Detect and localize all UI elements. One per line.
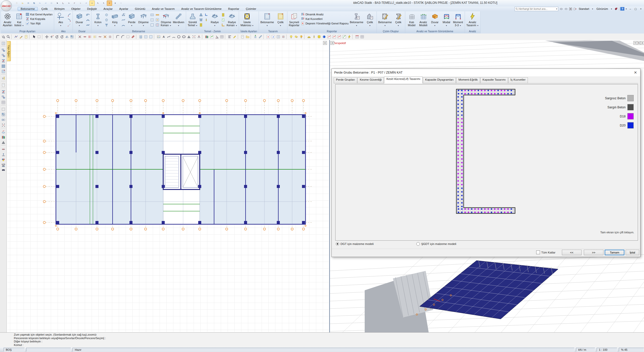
dialog-tab-kesit-hücresi-lif-tasarımı[interactable]: Kesit Hücresi(Lif) Tasarımı xyxy=(384,77,423,83)
viewport-corner-button-1[interactable]: N xyxy=(637,41,641,45)
next-wall-button[interactable]: >> xyxy=(584,250,603,255)
storey-copy-icon[interactable] xyxy=(1,89,6,94)
merdiven-button[interactable]: Merdiven▼ xyxy=(172,12,185,27)
menu-tab-raporlar[interactable]: Raporlar xyxy=(225,7,242,11)
close-button[interactable]: × xyxy=(639,7,643,11)
polyline-icon[interactable] xyxy=(84,1,89,6)
polygon-icon[interactable] xyxy=(186,34,191,39)
dairesel-aks-button[interactable] xyxy=(67,12,72,17)
section-view-icon[interactable] xyxy=(107,1,112,6)
cancel-button[interactable]: İptal xyxy=(626,250,639,255)
perde-button[interactable]: Perde▼ xyxy=(126,12,138,27)
library-books-icon[interactable] xyxy=(1,135,6,140)
hatch-icon[interactable] xyxy=(148,34,153,39)
idecad-logo[interactable]: ideCAD xyxy=(1,0,12,11)
doseme-boslugu-button[interactable] xyxy=(155,22,160,27)
kazik-basligi-button[interactable] xyxy=(199,22,204,27)
new-drawing-icon[interactable] xyxy=(240,34,245,39)
building-select-icon[interactable] xyxy=(1,69,6,74)
analiz-tasarim-button[interactable]: AnalizTasarım ▼ xyxy=(466,12,480,27)
cleanup-icon[interactable] xyxy=(232,34,237,39)
angle-calc-icon[interactable] xyxy=(214,34,219,39)
rectangle-icon[interactable] xyxy=(125,34,130,39)
text-icon[interactable]: A xyxy=(161,34,166,39)
rotate-copy-icon[interactable] xyxy=(59,34,64,39)
divide-line-icon[interactable] xyxy=(1,147,6,152)
chamfer-icon[interactable] xyxy=(120,34,125,39)
spline-icon[interactable] xyxy=(166,34,171,39)
duvar-button[interactable]: Duvar▼ xyxy=(74,12,85,27)
solid-point-icon[interactable] xyxy=(322,34,327,39)
corner-mode-icon[interactable] xyxy=(72,1,77,6)
elevation-icon[interactable] xyxy=(1,152,6,157)
menu-tab-g-r-nt-[interactable]: Görüntü xyxy=(132,7,148,11)
menu-tab--elik[interactable]: Çelik xyxy=(38,7,51,11)
search-dropdown-icon[interactable]: ▼ xyxy=(556,8,558,10)
deselect-objects-icon[interactable] xyxy=(37,34,42,39)
yari-rijit-checkbox[interactable]: Yarı Rijit xyxy=(25,21,53,25)
viewport-corner-button-0[interactable]: Y xyxy=(633,41,637,45)
kat-kuvvetleri-raporu-button[interactable]: Kat Kuvvetleri xyxy=(301,17,349,21)
select-objects-icon[interactable] xyxy=(31,34,37,39)
library-icon[interactable] xyxy=(204,34,209,39)
pick-remove-icon[interactable] xyxy=(101,1,106,6)
yuk-aktarimi-button[interactable]: N xyxy=(121,12,126,17)
break-icon[interactable] xyxy=(97,34,103,39)
deprem-yonetmeligi-raporu-button[interactable]: BDeprem Yönetmeliği Genel Raporu xyxy=(301,21,349,25)
fillet-icon[interactable] xyxy=(115,34,120,39)
revert-icon[interactable] xyxy=(49,1,54,6)
extend-icon[interactable] xyxy=(82,34,87,39)
chart-curve-icon[interactable] xyxy=(342,34,347,39)
tasarim-celik-button[interactable]: Çelik▼ xyxy=(275,12,286,27)
surekli-temel-button[interactable]: SürekliTemel ▼ xyxy=(187,12,198,27)
arc-icon[interactable] xyxy=(171,34,176,39)
move-icon[interactable] xyxy=(44,34,49,39)
node-select-icon[interactable] xyxy=(89,1,95,6)
lamp-icon[interactable] xyxy=(289,34,294,39)
layer-front-icon[interactable] xyxy=(559,7,563,11)
modal-button[interactable]: Modal▼ xyxy=(441,12,452,27)
doseme-seridi-button[interactable] xyxy=(155,12,160,17)
dinamik-analiz-raporu-button[interactable]: Dinamik Analiz xyxy=(301,12,349,16)
circle-icon[interactable] xyxy=(176,34,181,39)
radye-kenari-button[interactable]: RadyeKenarı ▼ xyxy=(226,12,238,27)
zoom-dynamic-icon[interactable] xyxy=(6,34,11,39)
radye-button[interactable]: Radye▼ xyxy=(209,12,221,27)
rotate-icon[interactable] xyxy=(54,34,59,39)
command-search-box[interactable]: ▼ xyxy=(515,7,558,11)
radio-dgt-material-model[interactable]: DGT için malzeme modeli xyxy=(336,242,374,246)
scale-indicator[interactable]: 1 : 100 xyxy=(597,348,617,351)
command-prompt[interactable]: Komut : xyxy=(14,343,644,347)
menu-tab-objeler[interactable]: Objeler xyxy=(68,7,84,11)
egri-duvar-button[interactable] xyxy=(85,22,90,27)
zoom-window-icon[interactable] xyxy=(1,34,6,39)
table-calc-icon[interactable] xyxy=(219,34,224,39)
sketch-pen-icon[interactable] xyxy=(19,34,24,39)
checkbox-box[interactable] xyxy=(536,250,540,254)
left-pane-scroll-button[interactable]: ∧ xyxy=(323,41,327,45)
storey-move-icon[interactable] xyxy=(1,58,6,63)
marquee-select-icon[interactable] xyxy=(1,107,6,112)
rapor-betonarme-button[interactable]: Betonarme▼ xyxy=(349,12,364,27)
mirror-icon[interactable] xyxy=(64,34,70,39)
image-icon[interactable] xyxy=(156,34,161,39)
yay-duvar-button[interactable] xyxy=(85,17,90,22)
aks-button[interactable]: Aks▼ xyxy=(55,12,66,27)
command-line-panel[interactable]: Zum yapmak için objeleri seçin. (Sonland… xyxy=(0,332,644,347)
egri-kiris-button[interactable] xyxy=(121,17,126,22)
radye-dusugu-button[interactable] xyxy=(221,12,226,17)
nervurlu-doseme-button[interactable] xyxy=(150,12,154,17)
storey-insert-icon[interactable] xyxy=(1,63,6,69)
duvar-kose-button[interactable] xyxy=(85,12,90,17)
offset-icon[interactable] xyxy=(87,34,92,39)
fence-select-icon[interactable] xyxy=(14,34,19,39)
egik-aks-button[interactable] xyxy=(67,22,72,27)
dialog-tab-moment-eğrilik[interactable]: Moment-Eğrilik xyxy=(456,77,480,83)
doseme-kenari-button[interactable]: DöşemeKenarı ▼ xyxy=(160,12,172,27)
kiris-button[interactable]: Kiriş▼ xyxy=(109,12,121,27)
radye-boslugu-button[interactable] xyxy=(221,22,226,27)
save-all-icon[interactable] xyxy=(31,1,37,6)
ellipse-icon[interactable] xyxy=(181,34,186,39)
group-objects-icon[interactable] xyxy=(1,112,6,117)
cylinder-tool-icon[interactable] xyxy=(317,34,322,39)
